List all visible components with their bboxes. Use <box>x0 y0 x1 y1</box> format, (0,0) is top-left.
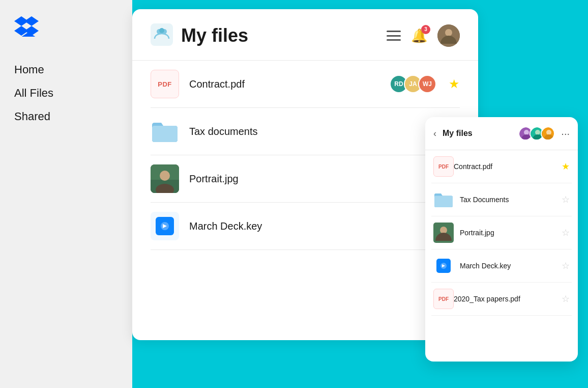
svg-point-8 <box>160 171 170 181</box>
panel-file-thumbnail: PDF <box>433 156 454 177</box>
file-item[interactable]: pdf Contract.pdf RD JA WJ ★ <box>151 61 460 108</box>
panel-avatars <box>518 126 555 141</box>
user-avatar-img <box>437 24 460 47</box>
panel-avatar-3 <box>541 126 555 141</box>
sidebar-item-shared[interactable]: Shared <box>14 110 118 123</box>
file-name: Portrait.jpg <box>189 173 449 185</box>
sidebar-item-all-files[interactable]: All Files <box>14 87 118 100</box>
panel-file-thumbnail <box>433 256 454 276</box>
pdf-label: pdf <box>158 80 172 88</box>
panel-file-name: March Deck.key <box>460 262 562 270</box>
file-name: Contract.pdf <box>189 78 390 90</box>
panel-star-button[interactable]: ☆ <box>562 194 570 205</box>
panel-file-name: Contract.pdf <box>454 162 562 171</box>
panel-file-item[interactable]: PDF 2020_Tax papers.pdf ☆ <box>431 283 572 316</box>
svg-point-14 <box>535 130 540 135</box>
sidebar: Home All Files Shared <box>0 0 132 388</box>
header-actions: 3 🔔 <box>387 24 460 47</box>
svg-rect-0 <box>151 23 173 46</box>
panel-pdf-label: PDF <box>438 296 449 302</box>
star-button[interactable]: ★ <box>449 77 460 91</box>
user-avatar[interactable] <box>437 24 460 47</box>
panel-file-item[interactable]: March Deck.key ☆ <box>431 250 572 283</box>
file-avatars: RD JA WJ <box>390 75 436 93</box>
avatar-wj: WJ <box>418 75 436 93</box>
panel-file-name: 2020_Tax papers.pdf <box>454 295 562 303</box>
svg-point-16 <box>546 130 551 135</box>
file-name: March Deck.key <box>189 220 449 232</box>
panel-title: My files <box>443 129 518 138</box>
panel-file-list: PDF Contract.pdf ★ Tax Documents ☆ <box>425 150 578 316</box>
panel-star-button[interactable]: ☆ <box>562 260 570 271</box>
dropbox-logo <box>14 16 118 63</box>
main-header: My files 3 🔔 <box>132 9 478 61</box>
back-button[interactable]: ‹ <box>433 128 436 139</box>
svg-point-5 <box>445 29 452 36</box>
menu-button[interactable] <box>387 31 401 41</box>
panel-file-name: Tax Documents <box>460 196 562 204</box>
panel-file-thumbnail <box>433 223 454 243</box>
file-item[interactable]: Tax documents ☆ <box>151 108 460 155</box>
sidebar-item-home[interactable]: Home <box>14 63 118 76</box>
main-header-icon <box>151 23 181 48</box>
file-item[interactable]: Portrait.jpg ☆ <box>151 155 460 203</box>
panel-file-item[interactable]: Portrait.jpg ☆ <box>431 216 572 250</box>
panel-file-thumbnail <box>433 189 454 210</box>
panel-star-button[interactable]: ☆ <box>562 227 570 238</box>
file-thumbnail <box>151 164 179 193</box>
panel-pdf-label: PDF <box>438 164 449 170</box>
more-options-button[interactable]: ··· <box>561 128 570 140</box>
svg-point-18 <box>440 227 447 234</box>
file-name: Tax documents <box>189 126 449 137</box>
file-item[interactable]: March Deck.key ☆ <box>151 203 460 250</box>
panel-keynote-icon <box>436 259 451 273</box>
panel-star-button[interactable]: ★ <box>562 161 570 172</box>
keynote-icon <box>156 217 174 235</box>
svg-point-3 <box>159 28 164 33</box>
panel-file-item[interactable]: Tax Documents ☆ <box>431 183 572 216</box>
notification-button[interactable]: 3 🔔 <box>411 28 427 44</box>
panel-star-button[interactable]: ☆ <box>562 293 570 304</box>
panel-header: ‹ My files <box>425 117 578 150</box>
sidebar-nav: Home All Files Shared <box>14 63 118 133</box>
panel-file-item[interactable]: PDF Contract.pdf ★ <box>431 150 572 183</box>
file-thumbnail: pdf <box>151 70 179 98</box>
page-title: My files <box>181 25 387 46</box>
notification-badge: 3 <box>421 25 430 34</box>
right-panel: ‹ My files <box>425 117 578 362</box>
portrait-preview <box>151 164 179 193</box>
file-thumbnail <box>151 117 179 146</box>
panel-file-thumbnail: PDF <box>433 289 454 309</box>
file-thumbnail <box>151 212 179 240</box>
panel-file-name: Portrait.jpg <box>460 229 562 237</box>
svg-point-12 <box>524 130 529 135</box>
